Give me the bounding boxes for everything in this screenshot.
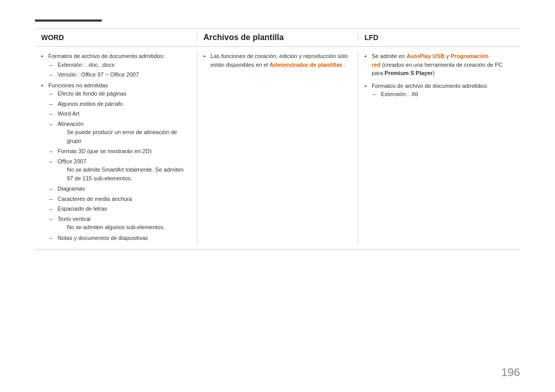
word-sub-texto-note: No se admiten algunos sub-elementos. bbox=[58, 223, 191, 232]
content-table: WORD Archivos de plantilla LFD Formatos … bbox=[35, 28, 520, 250]
word-bullet-list: Formatos de archivo de documento admitid… bbox=[41, 52, 191, 242]
archivos-link: Administrador de plantillas bbox=[270, 62, 343, 68]
word-sub-algunos: Algunos estilos de párrafo bbox=[48, 100, 191, 108]
word-sub-diagramas: Diagramas bbox=[48, 184, 191, 193]
lfd-bullet-list: Se admite en AutoPlay USB y Programación… bbox=[364, 52, 514, 99]
lfd-programacion: Programación bbox=[451, 53, 489, 59]
word-sub-alineacion-note: Se puede producir un error de alineación… bbox=[58, 128, 191, 145]
col-archivos-header: Archivos de plantilla bbox=[197, 33, 359, 42]
main-content: WORD Archivos de plantilla LFD Formatos … bbox=[35, 28, 520, 361]
page-container: WORD Archivos de plantilla LFD Formatos … bbox=[0, 0, 555, 392]
archivos-bullet-list: Las funciones de creación, edición y rep… bbox=[203, 52, 352, 69]
lfd-red-text: red bbox=[372, 62, 380, 68]
lfd-header-label: LFD bbox=[364, 33, 378, 42]
word-sub-wordart: Word Art bbox=[48, 109, 191, 118]
word-item-2: Funciones no admitidas Efecto de fondo d… bbox=[41, 81, 191, 242]
archivos-cell: Las funciones de creación, edición y rep… bbox=[197, 52, 359, 244]
lfd-item2-label: Formatos de archivo de documento admitid… bbox=[372, 83, 488, 89]
word-sub-office-note: No se admite SmartArt totalmente. Se adm… bbox=[58, 165, 191, 182]
lfd-text2: y bbox=[445, 53, 451, 59]
lfd-item-2: Formatos de archivo de documento admitid… bbox=[364, 82, 514, 99]
word-sub-formas: Formas 3D (que se mostrarán en 2D) bbox=[48, 147, 191, 156]
lfd-text1: Se admite en bbox=[372, 53, 406, 59]
word-sub-notas: Notas y documentos de diapositivas bbox=[48, 234, 191, 242]
lfd-premium: Premium S Player bbox=[384, 70, 433, 76]
word-item2-label: Funciones no admitidas bbox=[48, 82, 108, 88]
col-word-header: WORD bbox=[35, 33, 197, 42]
lfd-item-1: Se admite en AutoPlay USB y Programación… bbox=[364, 52, 514, 78]
word-sub-caracteres: Caracteres de media anchura bbox=[48, 195, 191, 203]
table-body: Formatos de archivo de documento admitid… bbox=[35, 47, 520, 249]
word-item2-dash-list: Efecto de fondo de páginas Algunos estil… bbox=[48, 89, 191, 242]
archivos-header-label: Archivos de plantilla bbox=[203, 33, 284, 42]
top-decorative-bar bbox=[35, 20, 102, 22]
archivos-item-1: Las funciones de creación, edición y rep… bbox=[203, 52, 352, 69]
word-item-1: Formatos de archivo de documento admitid… bbox=[41, 52, 191, 79]
lfd-text5: ) bbox=[433, 70, 435, 76]
word-item1-dash-list: Extensión : .doc, .docx Versión : Office… bbox=[48, 61, 191, 79]
word-sub-alineacion: Alineación Se puede producir un error de… bbox=[48, 120, 191, 145]
page-number: 196 bbox=[501, 366, 520, 379]
word-cell: Formatos de archivo de documento admitid… bbox=[35, 52, 197, 244]
word-sub-efecto: Efecto de fondo de páginas bbox=[48, 89, 191, 98]
archivos-text2: . bbox=[344, 62, 345, 68]
lfd-item2-dash-list: Extensión : .lfd bbox=[372, 90, 514, 99]
word-sub-office: Office 2007 No se admite SmartArt totalm… bbox=[48, 157, 191, 183]
word-item1-label: Formatos de archivo de documento admitid… bbox=[48, 53, 164, 59]
word-sub-texto: Texto vertical No se admiten algunos sub… bbox=[48, 215, 191, 232]
lfd-autoplay: AutoPlay USB bbox=[406, 53, 445, 59]
col-lfd-header: LFD bbox=[358, 33, 520, 42]
word-header-label: WORD bbox=[41, 33, 64, 42]
word-sub-espaciado: Espaciado de letras bbox=[48, 204, 191, 213]
word-item1-sub1: Extensión : .doc, .docx bbox=[48, 61, 191, 69]
lfd-sub-extension: Extensión : .lfd bbox=[372, 90, 514, 99]
lfd-cell: Se admite en AutoPlay USB y Programación… bbox=[358, 52, 520, 244]
table-header: WORD Archivos de plantilla LFD bbox=[35, 29, 520, 47]
word-item1-sub2: Versión : Office 97 ~ Office 2007 bbox=[48, 70, 191, 79]
